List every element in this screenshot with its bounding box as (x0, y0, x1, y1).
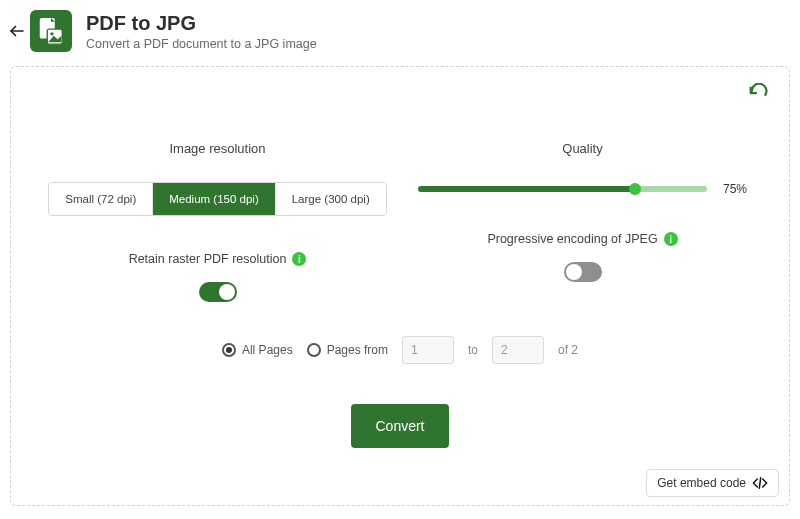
back-button[interactable] (6, 20, 28, 42)
page-subtitle: Convert a PDF document to a JPG image (86, 37, 317, 51)
quality-label: Quality (562, 141, 602, 156)
radio-page-range[interactable]: Pages from (307, 343, 388, 357)
resolution-option-large[interactable]: Large (300 dpi) (275, 183, 386, 215)
progressive-encoding-toggle[interactable] (564, 262, 602, 282)
resolution-label: Image resolution (169, 141, 265, 156)
svg-point-3 (50, 32, 53, 35)
resolution-option-medium[interactable]: Medium (150 dpi) (152, 183, 274, 215)
page-range-label: Pages from (327, 343, 388, 357)
embed-label: Get embed code (657, 476, 746, 490)
undo-button[interactable] (747, 83, 769, 108)
app-logo-icon (30, 10, 72, 52)
quality-value: 75% (723, 182, 747, 196)
of-label: of 2 (558, 343, 578, 357)
slider-thumb[interactable] (629, 183, 641, 195)
all-pages-label: All Pages (242, 343, 293, 357)
settings-panel: Image resolution Small (72 dpi) Medium (… (10, 66, 790, 506)
code-icon (752, 476, 768, 490)
quality-slider[interactable] (418, 186, 707, 192)
resolution-segmented: Small (72 dpi) Medium (150 dpi) Large (3… (48, 182, 386, 216)
page-from-input[interactable] (402, 336, 454, 364)
page-to-input[interactable] (492, 336, 544, 364)
get-embed-code-button[interactable]: Get embed code (646, 469, 779, 497)
info-icon[interactable]: i (292, 252, 306, 266)
resolution-option-small[interactable]: Small (72 dpi) (49, 183, 152, 215)
svg-line-4 (759, 478, 760, 489)
radio-all-pages[interactable]: All Pages (222, 343, 293, 357)
info-icon[interactable]: i (664, 232, 678, 246)
retain-resolution-label: Retain raster PDF resolution (129, 252, 287, 266)
pages-row: All Pages Pages from to of 2 (35, 336, 765, 364)
page-title: PDF to JPG (86, 12, 317, 35)
to-label: to (468, 343, 478, 357)
convert-button[interactable]: Convert (351, 404, 448, 448)
progressive-encoding-label: Progressive encoding of JPEG (487, 232, 657, 246)
retain-resolution-toggle[interactable] (199, 282, 237, 302)
